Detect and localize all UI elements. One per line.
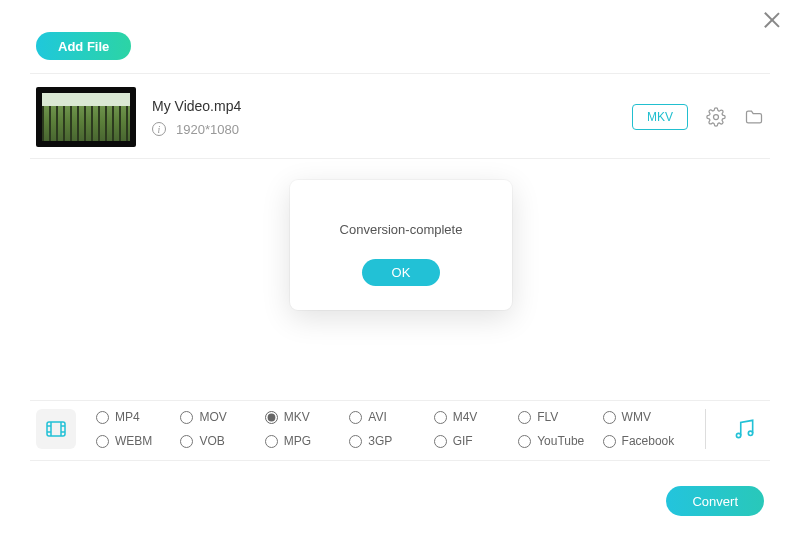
completion-dialog: Conversion-complete OK bbox=[290, 180, 512, 310]
audio-formats-icon[interactable] bbox=[724, 409, 764, 449]
svg-point-0 bbox=[714, 115, 719, 120]
file-name: My Video.mp4 bbox=[152, 98, 616, 114]
format-label: M4V bbox=[453, 410, 478, 424]
format-option-wmv[interactable]: WMV bbox=[603, 410, 687, 424]
close-icon[interactable] bbox=[762, 10, 782, 30]
format-option-youtube[interactable]: YouTube bbox=[518, 434, 602, 448]
divider bbox=[30, 158, 770, 159]
format-option-avi[interactable]: AVI bbox=[349, 410, 433, 424]
format-option-mp4[interactable]: MP4 bbox=[96, 410, 180, 424]
format-label: VOB bbox=[199, 434, 224, 448]
format-option-webm[interactable]: WEBM bbox=[96, 434, 180, 448]
format-label: MOV bbox=[199, 410, 226, 424]
format-label: GIF bbox=[453, 434, 473, 448]
format-grid: MP4MOVMKVAVIM4VFLVWMVWEBMVOBMPG3GPGIFYou… bbox=[96, 406, 687, 452]
file-resolution: 1920*1080 bbox=[176, 122, 239, 137]
format-label: WMV bbox=[622, 410, 651, 424]
format-option-3gp[interactable]: 3GP bbox=[349, 434, 433, 448]
format-label: AVI bbox=[368, 410, 386, 424]
format-option-mov[interactable]: MOV bbox=[180, 410, 264, 424]
divider bbox=[30, 73, 770, 74]
folder-icon[interactable] bbox=[744, 107, 764, 127]
format-label: YouTube bbox=[537, 434, 584, 448]
format-option-m4v[interactable]: M4V bbox=[434, 410, 518, 424]
format-label: 3GP bbox=[368, 434, 392, 448]
divider bbox=[30, 400, 770, 401]
format-label: MKV bbox=[284, 410, 310, 424]
format-option-vob[interactable]: VOB bbox=[180, 434, 264, 448]
file-meta: My Video.mp4 i 1920*1080 bbox=[152, 98, 616, 137]
info-icon[interactable]: i bbox=[152, 122, 166, 136]
video-thumbnail[interactable] bbox=[36, 87, 136, 147]
format-option-gif[interactable]: GIF bbox=[434, 434, 518, 448]
format-label: MP4 bbox=[115, 410, 140, 424]
video-formats-icon[interactable] bbox=[36, 409, 76, 449]
svg-point-3 bbox=[748, 431, 752, 435]
target-format-badge[interactable]: MKV bbox=[632, 104, 688, 130]
format-label: MPG bbox=[284, 434, 311, 448]
divider bbox=[30, 460, 770, 461]
format-label: WEBM bbox=[115, 434, 152, 448]
file-row: My Video.mp4 i 1920*1080 MKV bbox=[36, 82, 764, 152]
svg-rect-1 bbox=[47, 422, 65, 436]
format-option-mpg[interactable]: MPG bbox=[265, 434, 349, 448]
format-label: Facebook bbox=[622, 434, 675, 448]
format-option-facebook[interactable]: Facebook bbox=[603, 434, 687, 448]
convert-button[interactable]: Convert bbox=[666, 486, 764, 516]
format-option-flv[interactable]: FLV bbox=[518, 410, 602, 424]
format-option-mkv[interactable]: MKV bbox=[265, 410, 349, 424]
svg-point-2 bbox=[736, 433, 740, 437]
divider bbox=[705, 409, 706, 449]
ok-button[interactable]: OK bbox=[362, 259, 441, 286]
dialog-message: Conversion-complete bbox=[290, 222, 512, 237]
format-label: FLV bbox=[537, 410, 558, 424]
gear-icon[interactable] bbox=[706, 107, 726, 127]
add-file-button[interactable]: Add File bbox=[36, 32, 131, 60]
format-bar: MP4MOVMKVAVIM4VFLVWMVWEBMVOBMPG3GPGIFYou… bbox=[36, 406, 764, 452]
